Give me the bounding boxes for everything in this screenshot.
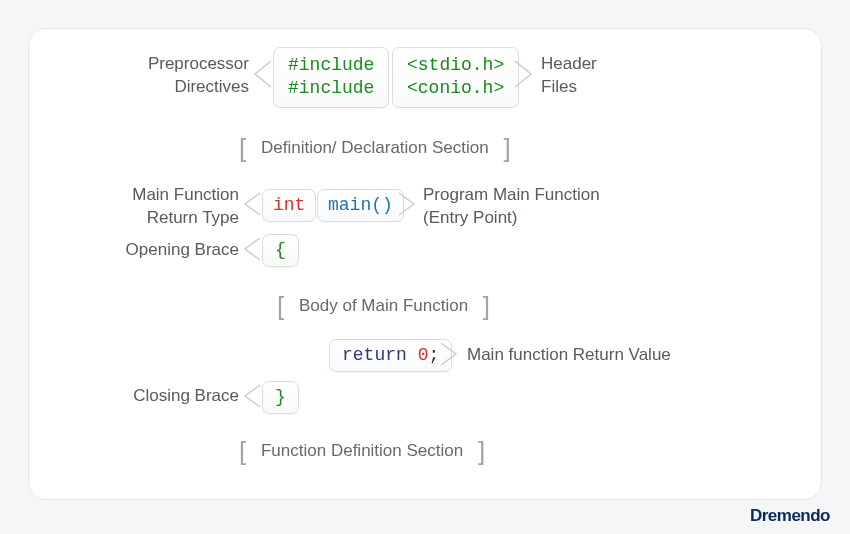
code-open-brace: { [275, 240, 286, 260]
code-open-brace-pill: { [262, 234, 299, 267]
code-close-brace-pill: } [262, 381, 299, 414]
section-body-text: Body of Main Function [289, 296, 478, 315]
code-header2: <conio.h> [407, 78, 504, 98]
code-main-pill: main() [317, 189, 404, 222]
label-closing-brace-text: Closing Brace [133, 386, 239, 405]
section-definition-text: Definition/ Declaration Section [251, 138, 499, 157]
code-include2: #include [288, 78, 374, 98]
section-fn-def-text: Function Definition Section [251, 441, 473, 460]
bracket-close-icon-3: ] [478, 436, 485, 466]
bracket-close-icon-2: ] [483, 291, 490, 321]
code-header1: <stdio.h> [407, 55, 504, 75]
code-include-pill: #include #include [273, 47, 389, 108]
code-close-brace: } [275, 387, 286, 407]
label-header-files: Header Files [541, 53, 597, 99]
label-opening-brace-text: Opening Brace [126, 240, 239, 259]
code-semi: ; [428, 345, 439, 365]
label-closing-brace: Closing Brace [89, 385, 239, 408]
pointer-icon [242, 191, 262, 217]
label-main-return-l2: Return Type [59, 207, 239, 230]
code-zero: 0 [418, 345, 429, 365]
brand-logo: Dremendo [750, 506, 830, 526]
label-program-main-l1: Program Main Function [423, 184, 600, 207]
section-fn-def: [ Function Definition Section ] [239, 432, 485, 463]
section-definition: [ Definition/ Declaration Section ] [239, 129, 511, 160]
label-preprocessor-line2: Directives [79, 76, 249, 99]
label-return-value: Main function Return Value [467, 344, 671, 367]
diagram-card: Preprocessor Directives #include #includ… [28, 28, 822, 500]
code-include1: #include [288, 55, 374, 75]
label-program-main: Program Main Function (Entry Point) [423, 184, 600, 230]
code-int-pill: int [262, 189, 316, 222]
label-main-return: Main Function Return Type [59, 184, 239, 230]
bracket-open-icon: [ [239, 133, 246, 163]
code-return: return [342, 345, 407, 365]
bracket-close-icon: ] [503, 133, 510, 163]
bracket-open-icon-2: [ [277, 291, 284, 321]
label-preprocessor-line1: Preprocessor [79, 53, 249, 76]
label-main-return-l1: Main Function [59, 184, 239, 207]
label-return-value-text: Main function Return Value [467, 345, 671, 364]
label-header-line2: Files [541, 76, 597, 99]
code-int: int [273, 195, 305, 215]
pointer-icon [251, 59, 273, 89]
label-program-main-l2: (Entry Point) [423, 207, 600, 230]
code-main: main() [328, 195, 393, 215]
pointer-icon [242, 383, 262, 409]
label-opening-brace: Opening Brace [89, 239, 239, 262]
label-header-line1: Header [541, 53, 597, 76]
code-return-pill: return 0; [329, 339, 452, 372]
code-header-pill: <stdio.h> <conio.h> [392, 47, 519, 108]
label-preprocessor: Preprocessor Directives [79, 53, 249, 99]
pointer-icon [242, 236, 262, 262]
section-body: [ Body of Main Function ] [277, 287, 490, 318]
bracket-open-icon-3: [ [239, 436, 246, 466]
